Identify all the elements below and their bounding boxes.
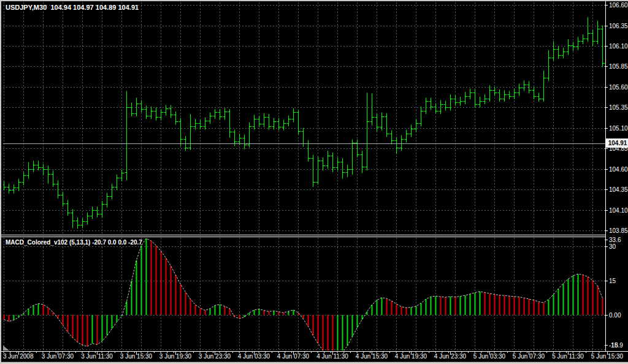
axis-tick bbox=[605, 246, 608, 247]
axis-tick bbox=[605, 281, 608, 281]
time-axis-label: 4 Jun 15:30 bbox=[356, 353, 388, 360]
axis-tick bbox=[605, 169, 608, 170]
axis-tick bbox=[605, 5, 608, 6]
time-axis-label: 4 Jun 07:30 bbox=[277, 353, 309, 360]
axis-tick bbox=[605, 128, 608, 129]
price-axis-label: 104.60 bbox=[609, 166, 628, 173]
price-axis-label: 105.10 bbox=[609, 125, 628, 132]
current-price-badge: 104.91 bbox=[606, 138, 628, 148]
macd-axis-label: 30 bbox=[609, 243, 616, 250]
price-axis-label: 103.85 bbox=[609, 227, 628, 234]
mt4-chart-window: USDJPY,M30 104.94 104.97 104.89 104.91 M… bbox=[0, 0, 628, 364]
macd-axis-label: 0.00 bbox=[609, 312, 621, 319]
macd-indicator-label: MACD_Colored_v102 (5,13,1) -20.7 0.0 0.0… bbox=[6, 239, 142, 246]
price-axis-label: 105.60 bbox=[609, 84, 628, 91]
time-axis-label: 5 Jun 07:30 bbox=[513, 353, 545, 360]
symbol-period-label: USDJPY,M30 bbox=[6, 4, 47, 11]
price-scale-axis[interactable]: 104.91 106.60106.35106.10105.85105.60105… bbox=[605, 1, 628, 362]
time-axis-label: 5 Jun 11:30 bbox=[552, 353, 584, 360]
price-axis-label: 106.60 bbox=[609, 2, 628, 9]
time-axis-label: 5 Jun 15:30 bbox=[591, 353, 623, 360]
time-axis-label: 3 Jun 11:30 bbox=[81, 353, 113, 360]
time-axis-label: 3 Jun 07:30 bbox=[42, 353, 74, 360]
time-axis-label: 3 Jun 23:30 bbox=[199, 353, 231, 360]
macd-panel-area[interactable] bbox=[3, 238, 605, 351]
price-chart-area[interactable] bbox=[3, 2, 605, 235]
price-axis-label: 106.35 bbox=[609, 23, 628, 29]
axis-tick bbox=[605, 87, 608, 88]
axis-tick bbox=[605, 148, 608, 149]
axis-tick bbox=[605, 345, 608, 346]
axis-tick bbox=[605, 240, 608, 240]
axis-tick bbox=[605, 26, 608, 26]
time-axis-label: 3 Jun 2008 bbox=[3, 353, 34, 360]
price-axis-label: 106.10 bbox=[609, 43, 628, 50]
axis-tick bbox=[605, 315, 608, 316]
price-axis-label: 105.85 bbox=[609, 63, 628, 70]
price-axis-label: 105.35 bbox=[609, 104, 628, 111]
window-bottom-edge bbox=[1, 362, 628, 364]
time-axis-label: 5 Jun 03:30 bbox=[473, 353, 505, 360]
time-axis-label: 4 Jun 19:30 bbox=[395, 353, 427, 360]
price-axis-label: 104.10 bbox=[609, 207, 628, 214]
axis-tick bbox=[605, 210, 608, 211]
macd-axis-label: -18.9 bbox=[609, 342, 623, 349]
time-axis-label: 4 Jun 03:30 bbox=[238, 353, 270, 360]
time-axis-label: 4 Jun 11:30 bbox=[316, 353, 348, 360]
axis-tick bbox=[605, 46, 608, 47]
time-axis-label: 4 Jun 23:30 bbox=[434, 353, 466, 360]
time-scale-axis[interactable]: 3 Jun 20083 Jun 07:303 Jun 11:303 Jun 15… bbox=[1, 352, 628, 362]
axis-tick bbox=[605, 107, 608, 108]
ohlc-values: 104.94 104.97 104.89 104.91 bbox=[50, 4, 139, 11]
axis-tick bbox=[605, 189, 608, 190]
price-axis-label: 104.35 bbox=[609, 186, 628, 193]
axis-tick bbox=[605, 66, 608, 67]
time-axis-label: 3 Jun 19:30 bbox=[159, 353, 191, 360]
macd-axis-label: 33.6 bbox=[609, 237, 621, 243]
macd-axis-label: 15 bbox=[609, 278, 616, 284]
time-axis-label: 3 Jun 15:30 bbox=[120, 353, 152, 360]
chart-title: USDJPY,M30 104.94 104.97 104.89 104.91 bbox=[6, 4, 139, 11]
axis-tick bbox=[605, 230, 608, 231]
